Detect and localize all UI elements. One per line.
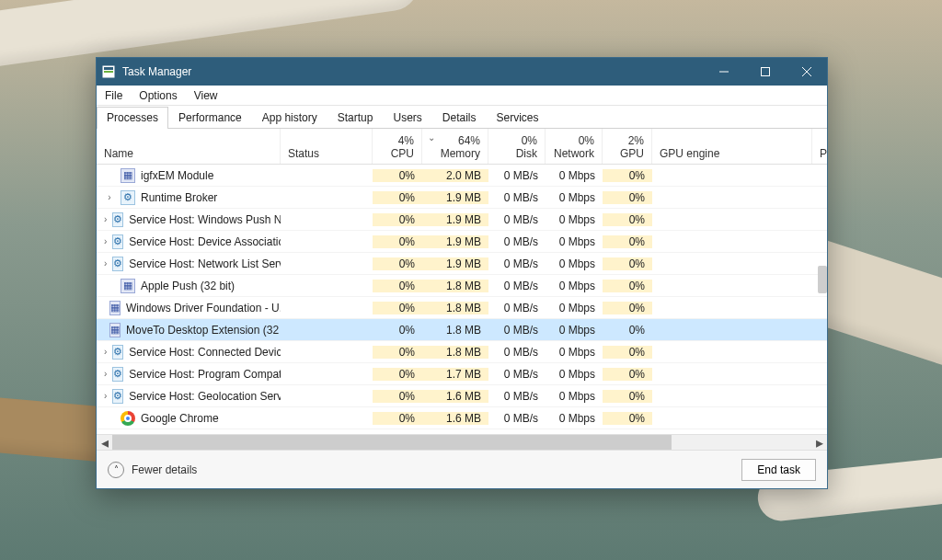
tab-services[interactable]: Services	[487, 107, 549, 129]
maximize-button[interactable]	[744, 58, 786, 86]
horizontal-scrollbar[interactable]: ◂ ▸	[97, 434, 827, 450]
network-cell: 0 Mbps	[546, 324, 603, 337]
table-row[interactable]: ›⚙Runtime Broker0%1.9 MB0 MB/s0 Mbps0%	[97, 187, 827, 209]
network-cell: 0 Mbps	[546, 191, 603, 204]
network-cell: 0 Mbps	[546, 302, 603, 314]
fewer-details-button[interactable]: ˄ Fewer details	[108, 462, 197, 478]
col-name[interactable]: Name	[97, 129, 281, 164]
col-gpu[interactable]: 2%GPU	[603, 129, 652, 164]
cpu-cell: 0%	[373, 324, 422, 337]
vertical-scrollbar-track[interactable]	[816, 165, 827, 434]
disk-cell: 0 MB/s	[488, 412, 546, 425]
titlebar[interactable]: Task Manager	[97, 58, 827, 86]
network-cell: 0 Mbps	[546, 346, 603, 359]
expand-icon[interactable]: ›	[104, 192, 115, 202]
process-name-label: igfxEM Module	[141, 169, 213, 182]
table-row[interactable]: ›⚙Service Host: Program Compati...0%1.7 …	[97, 363, 827, 385]
col-overflow[interactable]: P	[812, 129, 827, 164]
table-row[interactable]: ▦MoveTo Desktop Extension (32 ...0%1.8 M…	[97, 319, 827, 341]
col-cpu[interactable]: 4%CPU	[373, 129, 422, 164]
memory-cell: 1.8 MB	[422, 324, 488, 337]
chrome-icon	[121, 411, 135, 426]
process-name-cell: ›⚙Service Host: Windows Push No...	[97, 212, 281, 227]
process-rows: ▦igfxEM Module0%2.0 MB0 MB/s0 Mbps0% ›⚙R…	[97, 165, 827, 434]
process-table: Name Status 4%CPU ⌄ 64%Memory 0%Disk 0%N…	[97, 129, 827, 450]
expand-icon[interactable]: ›	[104, 214, 107, 224]
tab-processes[interactable]: Processes	[97, 107, 168, 129]
network-cell: 0 Mbps	[546, 213, 603, 226]
table-row[interactable]: ›⚙Service Host: Network List Service0%1.…	[97, 253, 827, 275]
table-row[interactable]: ▦Windows Driver Foundation - U...0%1.8 M…	[97, 297, 827, 319]
memory-cell: 1.7 MB	[422, 368, 488, 381]
process-name-label: Service Host: Windows Push No...	[129, 213, 281, 226]
expand-icon[interactable]: ›	[104, 391, 107, 401]
disk-cell: 0 MB/s	[488, 191, 546, 204]
table-row[interactable]: ›⚙Service Host: Windows Push No...0%1.9 …	[97, 209, 827, 231]
end-task-button[interactable]: End task	[741, 459, 816, 481]
process-name-cell: ›⚙Service Host: Connected Device...	[97, 345, 281, 360]
network-cell: 0 Mbps	[546, 368, 603, 381]
memory-cell: 1.6 MB	[422, 390, 488, 403]
scroll-left-icon[interactable]: ◂	[97, 435, 112, 451]
expand-icon[interactable]: ›	[104, 347, 107, 357]
memory-cell: 2.0 MB	[422, 169, 488, 182]
col-network[interactable]: 0%Network	[546, 129, 603, 164]
close-button[interactable]	[786, 58, 827, 86]
gpu-cell: 0%	[603, 324, 652, 337]
memory-cell: 1.9 MB	[422, 191, 488, 204]
tab-performance[interactable]: Performance	[168, 107, 252, 129]
expand-icon[interactable]: ›	[104, 236, 107, 246]
gpu-cell: 0%	[603, 302, 652, 314]
cpu-cell: 0%	[373, 235, 422, 248]
gear-icon: ⚙	[112, 345, 123, 360]
network-cell: 0 Mbps	[546, 412, 603, 425]
table-row[interactable]: ›⚙Service Host: Geolocation Service0%1.6…	[97, 385, 827, 407]
expand-icon[interactable]: ›	[104, 369, 107, 379]
tab-details[interactable]: Details	[432, 107, 487, 129]
cpu-cell: 0%	[373, 412, 422, 425]
cpu-cell: 0%	[373, 302, 422, 314]
memory-cell: 1.8 MB	[422, 346, 488, 359]
sort-desc-icon: ⌄	[428, 132, 435, 143]
horizontal-scrollbar-thumb[interactable]	[112, 435, 672, 451]
gpu-cell: 0%	[603, 280, 652, 292]
memory-cell: 1.8 MB	[422, 302, 488, 314]
table-row[interactable]: ›⚙Service Host: Connected Device...0%1.8…	[97, 341, 827, 363]
tab-startup[interactable]: Startup	[327, 107, 384, 129]
horizontal-scrollbar-track[interactable]	[112, 435, 811, 451]
fewer-details-label: Fewer details	[132, 463, 197, 476]
gpu-cell: 0%	[603, 235, 652, 248]
table-row[interactable]: ›⚙Service Host: Device Associatio...0%1.…	[97, 231, 827, 253]
process-name-label: Service Host: Program Compati...	[129, 368, 281, 381]
tab-users[interactable]: Users	[383, 107, 431, 129]
col-gpu-engine[interactable]: GPU engine	[652, 129, 812, 164]
cpu-cell: 0%	[373, 213, 422, 226]
process-name-label: Service Host: Device Associatio...	[129, 235, 281, 248]
table-row[interactable]: Google Chrome0%1.6 MB0 MB/s0 Mbps0%	[97, 407, 827, 429]
process-name-cell: ▦Apple Push (32 bit)	[97, 279, 281, 293]
table-row[interactable]: ▦igfxEM Module0%2.0 MB0 MB/s0 Mbps0%	[97, 165, 827, 187]
process-name-label: Runtime Broker	[141, 191, 217, 204]
minimize-button[interactable]	[703, 58, 744, 86]
network-cell: 0 Mbps	[546, 390, 603, 403]
process-name-cell: ›⚙Runtime Broker	[97, 190, 281, 205]
col-disk[interactable]: 0%Disk	[488, 129, 546, 164]
process-name-label: Service Host: Network List Service	[129, 257, 281, 270]
table-row[interactable]: ▦Apple Push (32 bit)0%1.8 MB0 MB/s0 Mbps…	[97, 275, 827, 297]
col-status[interactable]: Status	[281, 129, 373, 164]
menu-options[interactable]: Options	[131, 87, 185, 104]
vertical-scrollbar-thumb[interactable]	[818, 266, 827, 293]
gear-icon: ⚙	[112, 212, 123, 227]
gear-icon: ⚙	[112, 389, 123, 404]
svg-rect-1	[104, 67, 113, 70]
expand-icon[interactable]: ›	[104, 258, 107, 269]
menu-file[interactable]: File	[97, 87, 131, 104]
tab-app-history[interactable]: App history	[252, 107, 327, 129]
menu-view[interactable]: View	[186, 87, 226, 104]
process-name-label: Google Chrome	[141, 412, 219, 425]
app-icon	[97, 65, 121, 78]
scroll-right-icon[interactable]: ▸	[811, 435, 827, 451]
gpu-cell: 0%	[603, 346, 652, 359]
process-name-label: Windows Driver Foundation - U...	[126, 302, 281, 314]
col-memory[interactable]: ⌄ 64%Memory	[422, 129, 488, 164]
